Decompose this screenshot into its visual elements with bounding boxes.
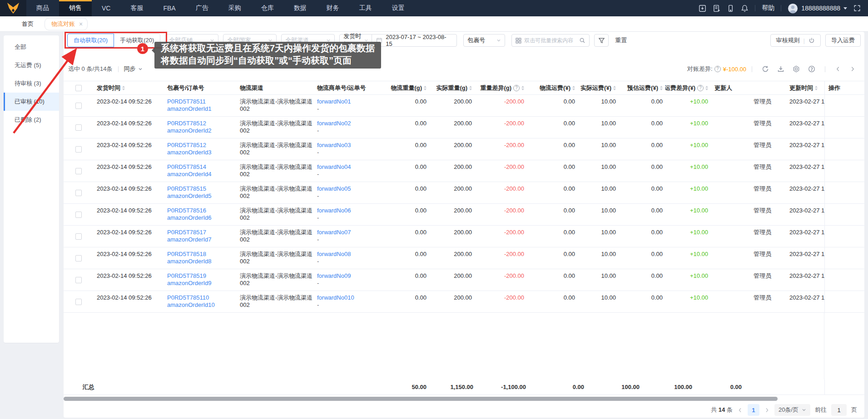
select-all-checkbox[interactable] — [75, 85, 82, 91]
col-header-8[interactable]: 物流运费(¥) — [527, 81, 578, 94]
package-no-link[interactable]: P0RD5T78515 — [167, 185, 236, 192]
col-header-13[interactable]: 更新时间 — [786, 81, 824, 94]
package-no-link[interactable]: P0RD5T78514 — [167, 163, 236, 171]
package-no-link[interactable]: P0RD5T78517 — [167, 229, 236, 236]
row-checkbox[interactable] — [75, 233, 82, 240]
col-header-7[interactable]: 重量差异(g)? — [475, 81, 527, 94]
sidebar-item-pending-audit[interactable]: 待审核 (3) — [4, 74, 59, 93]
order-no-link[interactable]: amazonOrderId8 — [167, 258, 236, 265]
help-icon[interactable]: ? — [513, 85, 520, 91]
forward-no-link[interactable]: forwardNo08 — [317, 251, 388, 258]
forward-no-link[interactable]: forwardNo04 — [317, 163, 388, 171]
next-column-button[interactable] — [849, 66, 856, 72]
col-header-11[interactable]: 运费差异(¥)? — [665, 81, 711, 94]
tab-home[interactable]: 首页 — [22, 20, 34, 28]
col-header-5[interactable]: 物流重量(g) — [388, 81, 429, 94]
sync-dropdown[interactable]: 同步 — [124, 65, 143, 73]
nav-item-10[interactable]: 财务 — [317, 0, 349, 16]
forward-no-link[interactable]: forwardNo02 — [317, 120, 388, 127]
sidebar-item-audited[interactable]: 已审核 (10) — [4, 93, 59, 111]
package-no-link[interactable]: P0RD5T78518 — [167, 251, 236, 258]
forward-no-link[interactable]: forwardNo05 — [317, 185, 388, 192]
nav-item-6[interactable]: 广告 — [186, 0, 218, 16]
advanced-filter-button[interactable] — [594, 34, 609, 47]
user-menu[interactable]: 18888888888 — [788, 3, 847, 14]
order-no-link[interactable]: amazonOrderId1 — [167, 105, 236, 113]
audit-rule-button[interactable]: 审核规则 | — [770, 34, 821, 47]
help-icon[interactable]: ? — [714, 66, 721, 72]
package-no-link[interactable]: P0RD5T78511 — [167, 98, 236, 105]
nav-item-12[interactable]: 设置 — [382, 0, 415, 16]
nav-item-5[interactable]: FBA — [153, 0, 185, 16]
order-no-link[interactable]: amazonOrderId7 — [167, 236, 236, 243]
forward-no-link[interactable]: forwardNo06 — [317, 207, 388, 214]
page-number-button[interactable]: 1 — [748, 404, 759, 416]
package-no-link[interactable]: P0RD5T78516 — [167, 207, 236, 214]
order-no-link[interactable]: amazonOrderId6 — [167, 214, 236, 222]
horizontal-scrollbar[interactable] — [64, 397, 778, 401]
page-size-select[interactable]: 20条/页 — [774, 404, 810, 416]
close-icon[interactable]: × — [79, 21, 83, 27]
package-no-link[interactable]: P0RD5T78512 — [167, 142, 236, 149]
download-client-icon[interactable] — [699, 5, 706, 12]
help-link[interactable]: 帮助 — [762, 4, 774, 12]
order-no-link[interactable]: amazonOrderId3 — [167, 149, 236, 156]
package-no-link[interactable]: P0RD5T78512 — [167, 120, 236, 127]
brand-logo[interactable] — [0, 0, 26, 16]
package-no-select[interactable]: 包裹号 — [463, 34, 505, 47]
nav-item-1[interactable]: 商品 — [26, 0, 59, 16]
row-checkbox[interactable] — [75, 168, 82, 174]
col-header-9[interactable]: 实际运费(¥) — [578, 81, 619, 94]
order-no-link[interactable]: amazonOrderId2 — [167, 127, 236, 134]
channel-select[interactable]: 全部渠道 — [281, 34, 335, 47]
tab-logistics-reconciliation[interactable]: 物流对账 × — [45, 18, 88, 30]
nav-item-3[interactable]: VC — [92, 0, 120, 16]
row-checkbox[interactable] — [75, 103, 82, 109]
prev-column-button[interactable] — [835, 66, 841, 72]
date-range-input[interactable]: 2023-07-17 ~ 2023-08-15 — [372, 34, 457, 47]
sidebar-item-deleted[interactable]: 已删除 (2) — [4, 111, 59, 129]
order-no-link[interactable]: amazonOrderId4 — [167, 171, 236, 178]
forward-no-link[interactable]: forwardNo07 — [317, 229, 388, 236]
goto-page-input[interactable]: 1 — [831, 404, 847, 416]
sidebar-item-no-freight[interactable]: 无运费 (5) — [4, 56, 59, 74]
column-settings-button[interactable] — [793, 65, 800, 73]
nav-item-4[interactable]: 客服 — [120, 0, 153, 16]
row-checkbox[interactable] — [75, 146, 82, 153]
row-checkbox[interactable] — [75, 212, 82, 218]
feedback-form-icon[interactable] — [713, 5, 720, 12]
next-page-button[interactable] — [764, 407, 770, 413]
search-input[interactable]: 双击可批量搜索内容 — [511, 34, 590, 47]
nav-item-9[interactable]: 数据 — [284, 0, 317, 16]
forward-no-link[interactable]: forwardNo09 — [317, 272, 388, 280]
prev-page-button[interactable] — [737, 407, 743, 413]
forward-no-link[interactable]: forwardNo03 — [317, 142, 388, 149]
fullscreen-icon[interactable] — [853, 5, 861, 12]
help-icon[interactable]: ? — [697, 85, 704, 91]
refresh-button[interactable] — [762, 65, 769, 73]
time-type-select[interactable]: 发货时间 — [339, 34, 372, 47]
fetch-tab-2[interactable]: 手动获取(20) — [114, 34, 160, 47]
export-button[interactable] — [777, 65, 784, 73]
package-no-link[interactable]: P0RD5T78519 — [167, 272, 236, 280]
help-button[interactable] — [808, 65, 815, 73]
shop-select[interactable]: 全部店铺 — [165, 34, 218, 47]
sidebar-item-all[interactable]: 全部 — [4, 38, 59, 56]
import-freight-button[interactable]: 导入运费 — [825, 34, 861, 47]
forward-no-link[interactable]: forwardNo010 — [317, 294, 388, 301]
country-select[interactable]: 全部国家 — [223, 34, 277, 47]
row-checkbox[interactable] — [75, 299, 82, 305]
nav-item-2[interactable]: 销售 — [59, 0, 92, 16]
order-no-link[interactable]: amazonOrderId5 — [167, 192, 236, 200]
row-checkbox[interactable] — [75, 124, 82, 131]
col-header-10[interactable]: 预估运费(¥) — [619, 81, 665, 94]
reset-button[interactable]: 重置 — [615, 36, 627, 44]
forward-no-link[interactable]: forwardNo01 — [317, 98, 388, 105]
order-no-link[interactable]: amazonOrderId10 — [167, 301, 236, 309]
bell-icon[interactable] — [741, 5, 749, 12]
row-checkbox[interactable] — [75, 277, 82, 283]
col-header-6[interactable]: 实际重量(g) — [429, 81, 475, 94]
row-checkbox[interactable] — [75, 255, 82, 261]
fetch-tab-1[interactable]: 自动获取(20) — [67, 34, 114, 47]
row-checkbox[interactable] — [75, 190, 82, 196]
